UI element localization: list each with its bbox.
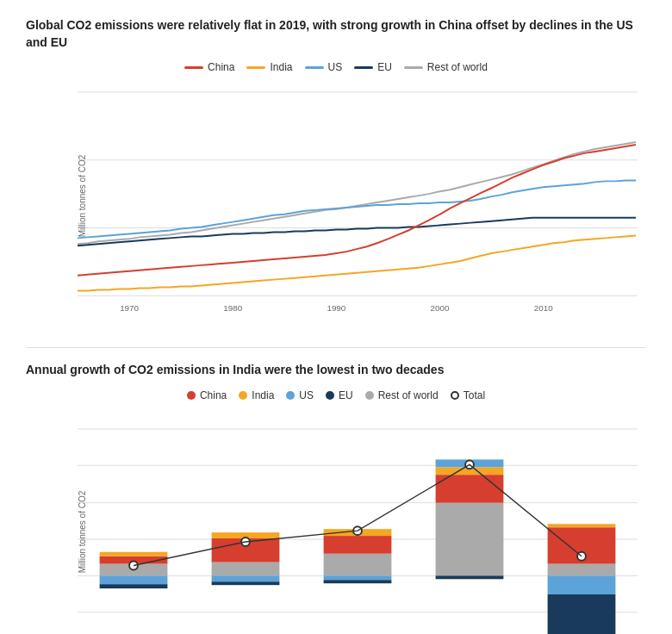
bar-chart-container: Annual growth of CO2 emissions in India …	[26, 362, 646, 634]
chart2-y-label: Million tonnes of CO2	[78, 481, 87, 584]
legend2-india-dot	[239, 391, 247, 400]
bar-2016-row	[212, 562, 280, 575]
legend2-us-label: US	[299, 389, 314, 401]
legend2-china: China	[187, 389, 227, 401]
chart2-legend: China India US EU Rest of world Total	[26, 389, 646, 401]
chart1-area: Million tonnes of CO2 0 5,000 10,000 15,…	[78, 82, 638, 326]
bar-2019-india	[548, 524, 616, 527]
legend2-india-label: India	[252, 389, 274, 401]
bar-2019-row	[548, 563, 616, 575]
bar-2019-eu	[548, 594, 616, 634]
legend-china-label: China	[208, 61, 234, 73]
legend-india-label: India	[270, 61, 292, 73]
legend2-us: US	[286, 389, 314, 401]
bar-2017-us	[324, 575, 392, 580]
bar-2018-row	[436, 502, 504, 575]
line-india	[78, 236, 636, 291]
bar-2017-row	[324, 554, 392, 576]
bar-2019-us	[548, 575, 616, 594]
legend2-total-label: Total	[464, 389, 485, 401]
legend2-row: Rest of world	[365, 389, 439, 401]
svg-text:2010: 2010	[534, 303, 553, 313]
legend2-total: Total	[451, 389, 485, 401]
legend2-china-label: China	[200, 389, 227, 401]
legend2-row-label: Rest of world	[378, 389, 439, 401]
chart2-area: Million tonnes of CO2 -500 -250 0 250 50…	[78, 410, 638, 634]
legend-eu-line	[354, 66, 373, 69]
bar-2016-us	[212, 575, 280, 581]
legend2-row-dot	[365, 391, 374, 400]
legend2-china-dot	[187, 391, 196, 400]
legend-us-label: US	[328, 61, 343, 73]
chart1-title: Global CO2 emissions were relatively fla…	[26, 17, 646, 51]
chart2-svg: -500 -250 0 250 500 750 1,000 2015 2016 …	[78, 410, 638, 634]
legend2-eu-label: EU	[339, 389, 353, 401]
legend2-india: India	[239, 389, 274, 401]
section-divider	[26, 347, 646, 348]
legend-row: Rest of world	[404, 61, 488, 73]
chart1-svg: 0 5,000 10,000 15,000 1970 1980 1990 200…	[78, 82, 638, 323]
legend2-total-dot	[451, 391, 459, 400]
legend-india-line	[246, 66, 265, 69]
legend-eu-label: EU	[377, 61, 392, 73]
svg-text:1990: 1990	[327, 303, 345, 313]
legend-row-line	[404, 66, 423, 69]
bar-2017-eu	[324, 580, 392, 583]
legend2-eu: EU	[326, 389, 353, 401]
legend-china: China	[184, 61, 234, 73]
chart1-y-label: Million tonnes of CO2	[78, 144, 87, 247]
legend-eu: EU	[354, 61, 392, 73]
bar-2016-eu	[212, 581, 280, 585]
chart2-title: Annual growth of CO2 emissions in India …	[26, 362, 646, 379]
chart1-legend: China India US EU Rest of world	[26, 61, 646, 73]
bar-2017-china	[324, 536, 392, 554]
legend-china-line	[184, 66, 203, 69]
legend-row-label: Rest of world	[427, 61, 488, 73]
svg-text:2000: 2000	[431, 303, 450, 313]
legend-india: India	[246, 61, 292, 73]
line-chart-container: Global CO2 emissions were relatively fla…	[26, 17, 646, 326]
svg-text:1980: 1980	[223, 303, 242, 313]
legend2-eu-dot	[326, 391, 334, 400]
bar-2018-eu	[436, 575, 504, 579]
legend-us-line	[305, 66, 324, 69]
legend2-us-dot	[286, 391, 295, 400]
line-china	[78, 145, 636, 276]
legend-us: US	[305, 61, 343, 73]
